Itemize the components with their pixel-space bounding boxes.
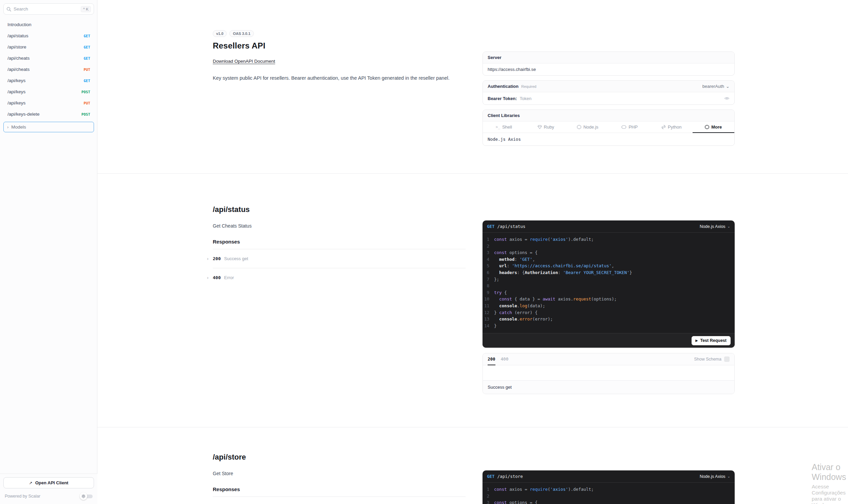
tab-more[interactable]: More	[693, 122, 735, 133]
sidebar-item-api-keys-post[interactable]: /api/keys POST	[0, 86, 98, 97]
client-libraries-card: Client Libraries >_ Shell Ruby Node.js	[482, 110, 735, 146]
bearer-token-label: Bearer Token:	[488, 96, 517, 101]
method-badge: GET	[84, 34, 90, 38]
bearer-token-input[interactable]: Token	[519, 96, 531, 101]
auth-scheme-select[interactable]: bearerAuth ⌄	[703, 84, 729, 89]
show-token-icon[interactable]	[724, 96, 729, 101]
sidebar-item-api-keys-put[interactable]: /api/keys PUT	[0, 97, 98, 109]
required-label: Required	[521, 85, 536, 89]
response-tab-200[interactable]: 200	[488, 354, 495, 365]
endpoint-title: /api/status	[213, 205, 465, 214]
api-store-section: /api/store Get Store Responses	[213, 453, 465, 497]
response-example-tabs: 200 400 Show Schema	[483, 354, 734, 365]
api-status-request-column: GET /api/status Node.js Axios ⌄ 1const a…	[482, 220, 735, 394]
method-badge: POST	[82, 90, 90, 94]
search-icon	[6, 7, 11, 12]
server-card: Server https://access.chairfbi.se	[482, 52, 735, 76]
request-language-select[interactable]: Node.js Axios ⌄	[700, 224, 730, 229]
api-status-section: /api/status Get Cheats Status Responses …	[213, 205, 465, 287]
server-url-select[interactable]: https://access.chairfbi.se	[483, 64, 734, 75]
method-badge: PUT	[84, 68, 90, 72]
more-libraries-icon	[705, 125, 709, 129]
section-divider	[98, 427, 848, 427]
powered-by-row: Powered by Scalar	[3, 492, 94, 500]
request-example-panel: GET /api/store Node.js Axios ⌄ 1const ax…	[482, 470, 735, 504]
request-method: GET	[487, 224, 495, 229]
method-badge: GET	[84, 79, 90, 83]
chevron-right-icon: ›	[207, 256, 208, 261]
show-schema-toggle[interactable]	[724, 357, 729, 362]
response-example-footer: Success get	[483, 380, 734, 394]
server-card-header: Server	[483, 52, 734, 64]
tab-shell[interactable]: >_ Shell	[483, 122, 525, 133]
show-schema-control: Show Schema	[694, 357, 729, 362]
chevron-down-icon: ⌄	[726, 84, 729, 89]
chevron-right-icon: ›	[7, 125, 8, 129]
nodejs-hexagon-icon	[577, 125, 581, 129]
response-tab-400[interactable]: 400	[501, 354, 509, 365]
chevron-down-icon: ⌄	[727, 474, 730, 478]
response-example-body	[483, 365, 734, 380]
request-panel-footer: ▶ Test Request	[482, 333, 735, 348]
sidebar-item-models[interactable]: › Models	[3, 122, 94, 132]
client-library-tabs: >_ Shell Ruby Node.js PHP	[483, 122, 734, 133]
responses-heading: Responses	[213, 486, 465, 492]
tab-python[interactable]: Python	[651, 122, 693, 133]
tab-nodejs[interactable]: Node.js	[567, 122, 609, 133]
method-badge: GET	[84, 45, 90, 49]
response-row-200[interactable]: › 200 Success get	[213, 249, 465, 268]
sidebar-item-api-status-get[interactable]: /api/status GET	[0, 30, 98, 41]
request-language-select[interactable]: Node.js Axios ⌄	[700, 474, 730, 479]
request-method: GET	[487, 474, 495, 479]
selected-client-library[interactable]: Node.js Axios	[483, 133, 734, 145]
sidebar-item-api-store-get[interactable]: /api/store GET	[0, 41, 98, 53]
request-path: /api/status	[497, 224, 526, 229]
external-arrow-icon: ↗	[29, 481, 33, 485]
search-input[interactable]: Search ^ K	[3, 3, 94, 15]
api-reference-page: Search ^ K Introduction /api/status GET …	[0, 0, 848, 504]
tab-ruby[interactable]: Ruby	[525, 122, 567, 133]
sidebar-item-api-cheats-get[interactable]: /api/cheats GET	[0, 53, 98, 64]
method-badge: POST	[82, 112, 90, 116]
responses-divider	[213, 497, 465, 497]
request-panel-header: GET /api/status Node.js Axios ⌄	[482, 220, 735, 233]
code-block-status[interactable]: 1const axios = require('axios').default;…	[482, 233, 735, 333]
theme-toggle[interactable]	[80, 492, 93, 500]
sidebar-item-api-keys-get[interactable]: /api/keys GET	[0, 75, 98, 86]
play-icon: ▶	[696, 339, 698, 342]
download-openapi-link[interactable]: Download OpenAPI Document	[213, 59, 275, 64]
oas-badge: OAS 3.0.1	[229, 30, 253, 37]
open-api-client-button[interactable]: ↗ Open API Client	[3, 477, 94, 488]
python-icon	[661, 125, 666, 129]
sidebar-item-api-cheats-put[interactable]: /api/cheats PUT	[0, 64, 98, 75]
code-block-store[interactable]: 1const axios = require('axios').default;…	[482, 483, 735, 504]
page-title: Resellers API	[213, 41, 465, 51]
sidebar-footer: ↗ Open API Client Powered by Scalar	[0, 473, 98, 504]
search-shortcut: ^ K	[81, 6, 91, 12]
terminal-icon: >_	[496, 125, 500, 129]
intro-cards: Server https://access.chairfbi.se Authen…	[482, 52, 735, 150]
chevron-down-icon: ⌄	[727, 224, 730, 228]
request-path: /api/store	[497, 474, 523, 479]
response-row-400[interactable]: › 400 Error	[213, 268, 465, 287]
chevron-right-icon: ›	[207, 275, 208, 280]
tab-php[interactable]: PHP	[609, 122, 651, 133]
method-badge: PUT	[84, 101, 90, 105]
authentication-card-header: Authentication Required bearerAuth ⌄	[483, 81, 734, 92]
intro-section: v1.0 OAS 3.0.1 Resellers API Download Op…	[213, 30, 465, 83]
endpoint-summary: Get Store	[213, 471, 465, 476]
sidebar-item-introduction[interactable]: Introduction	[0, 19, 98, 30]
powered-by-link[interactable]: Powered by Scalar	[5, 494, 80, 499]
test-request-button[interactable]: ▶ Test Request	[692, 336, 731, 345]
version-badges: v1.0 OAS 3.0.1	[213, 30, 465, 37]
sun-icon	[80, 492, 87, 500]
bearer-token-row: Bearer Token: Token	[483, 92, 734, 105]
response-example-card: 200 400 Show Schema Success get	[482, 353, 735, 394]
version-badge: v1.0	[213, 30, 227, 37]
api-description: Key system public API for resellers. Bea…	[213, 74, 455, 83]
sidebar-item-api-keys-delete-post[interactable]: /api/keys-delete POST	[0, 109, 98, 120]
responses-heading: Responses	[213, 239, 465, 245]
windows-activation-watermark: Ativar o Windows Acesse Configurações pa…	[812, 462, 848, 504]
endpoint-summary: Get Cheats Status	[213, 223, 465, 229]
search-placeholder: Search	[14, 6, 81, 12]
